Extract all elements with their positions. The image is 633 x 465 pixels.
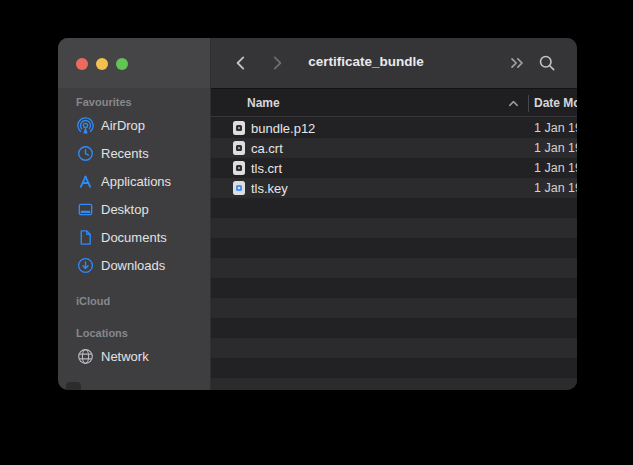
- sidebar-item-airdrop[interactable]: AirDrop: [58, 111, 210, 139]
- sidebar-section-favourites: Favourites: [76, 96, 192, 109]
- desktop-background: Favourites AirDrop: [0, 0, 633, 465]
- toolbar: certificate_bundle: [211, 38, 577, 88]
- back-button[interactable]: [229, 51, 253, 75]
- column-divider[interactable]: [528, 95, 529, 112]
- sidebar-item-label: Network: [101, 349, 149, 364]
- desktop-icon: [77, 201, 94, 218]
- window-title: certificate_bundle: [286, 54, 446, 69]
- file-list: bundle.p12 1 Jan 19 ca.crt 1 Jan 19 tls.…: [211, 118, 577, 390]
- document-icon: [77, 229, 94, 246]
- file-date-modified: 1 Jan 19: [534, 141, 577, 155]
- file-row-bundle-p12[interactable]: bundle.p12 1 Jan 19: [211, 118, 577, 138]
- file-name: tls.key: [251, 181, 288, 196]
- cutoff-sidebar-icon: [66, 382, 81, 390]
- sidebar-section-locations: Locations: [76, 327, 192, 340]
- sidebar-item-recents[interactable]: Recents: [58, 139, 210, 167]
- file-name: ca.crt: [251, 141, 283, 156]
- sidebar-item-applications[interactable]: Applications: [58, 167, 210, 195]
- sidebar-item-documents[interactable]: Documents: [58, 223, 210, 251]
- zoom-button[interactable]: [116, 58, 128, 70]
- file-row-ca-crt[interactable]: ca.crt 1 Jan 19: [211, 138, 577, 158]
- column-header-name[interactable]: Name: [247, 96, 280, 110]
- sidebar-item-label: Documents: [101, 230, 167, 245]
- clock-icon: [77, 145, 94, 162]
- generic-document-icon: [233, 121, 245, 135]
- file-row-tls-key[interactable]: tls.key 1 Jan 19: [211, 178, 577, 198]
- column-header-date-modified[interactable]: Date Modified: [534, 96, 577, 110]
- search-icon[interactable]: [535, 51, 559, 75]
- more-toolbar-items-button[interactable]: [505, 51, 529, 75]
- globe-icon: [77, 348, 94, 365]
- finder-window: Favourites AirDrop: [58, 38, 577, 390]
- minimize-button[interactable]: [96, 58, 108, 70]
- column-header-row: Name Date Modified: [211, 88, 577, 117]
- traffic-lights: [76, 58, 128, 70]
- downloads-icon: [77, 257, 94, 274]
- sidebar-item-downloads[interactable]: Downloads: [58, 251, 210, 279]
- sidebar-item-label: AirDrop: [101, 118, 145, 133]
- file-row-tls-crt[interactable]: tls.crt 1 Jan 19: [211, 158, 577, 178]
- airdrop-icon: [77, 117, 94, 134]
- file-name: bundle.p12: [251, 121, 315, 136]
- close-button[interactable]: [76, 58, 88, 70]
- sidebar-item-label: Applications: [101, 174, 171, 189]
- sort-ascending-icon: [507, 99, 520, 108]
- key-document-icon: [233, 181, 245, 195]
- file-date-modified: 1 Jan 19: [534, 121, 577, 135]
- applications-a-icon: [77, 173, 94, 190]
- file-date-modified: 1 Jan 19: [534, 161, 577, 175]
- generic-document-icon: [233, 161, 245, 175]
- file-name: tls.crt: [251, 161, 282, 176]
- sidebar-item-label: Downloads: [101, 258, 165, 273]
- sidebar-item-desktop[interactable]: Desktop: [58, 195, 210, 223]
- sidebar-item-network[interactable]: Network: [58, 342, 210, 370]
- file-pane: certificate_bundle Name: [210, 38, 577, 390]
- sidebar-item-label: Desktop: [101, 202, 149, 217]
- sidebar-section-icloud: iCloud: [76, 295, 192, 308]
- generic-document-icon: [233, 141, 245, 155]
- file-date-modified: 1 Jan 19: [534, 181, 577, 195]
- sidebar-item-label: Recents: [101, 146, 149, 161]
- sidebar: Favourites AirDrop: [58, 38, 210, 390]
